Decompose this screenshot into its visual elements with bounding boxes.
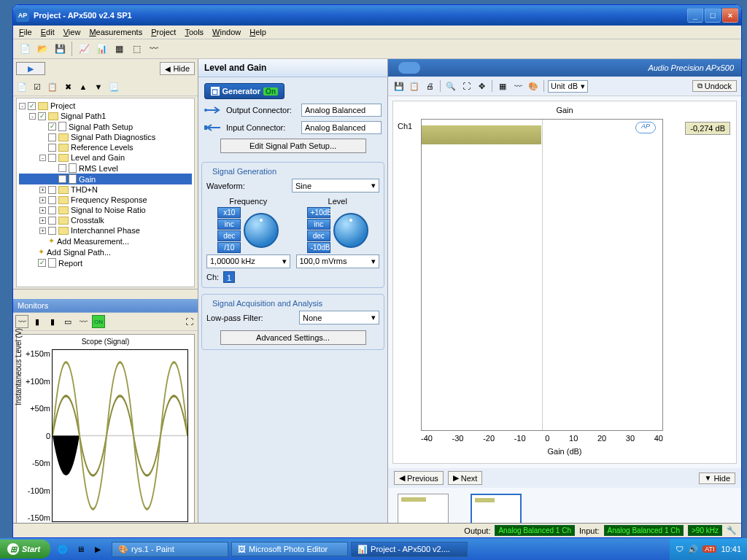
freq-x10-button[interactable]: x10	[217, 207, 241, 218]
expand-icon[interactable]: ⛶	[182, 315, 196, 328]
level-m10-button[interactable]: -10dB	[307, 242, 330, 253]
task-photo-editor[interactable]: 🖼 Microsoft Photo Editor	[231, 542, 348, 556]
window-title: Project - APx500 v2.4 SP1	[34, 11, 132, 20]
menu-measurements[interactable]: Measurements	[89, 28, 142, 36]
menu-edit[interactable]: Edit	[41, 28, 55, 36]
maximize-button[interactable]: □	[705, 8, 721, 23]
input-connector-combo[interactable]: Analog Balanced	[301, 121, 382, 134]
tray-shield-icon[interactable]: 🛡	[676, 545, 684, 553]
generator-button[interactable]: ◻ Generator On	[204, 83, 285, 99]
sine-wave-icon	[53, 350, 187, 521]
new-icon[interactable]: 📄	[18, 42, 32, 56]
monitors-panel: Monitors 〰 ▮ ▮ ▭ 〰 ON ⛶ Scope (Signal) I…	[13, 299, 198, 538]
level-knob[interactable]	[333, 213, 368, 248]
task-apx500[interactable]: 📊 Project - APx500 v2....	[351, 542, 468, 557]
on-icon[interactable]: ON	[92, 315, 105, 328]
new-project-icon[interactable]: 📄	[15, 80, 28, 93]
titlebar[interactable]: AP Project - APx500 v2.4 SP1 _ □ ×	[13, 5, 741, 26]
meter2-icon[interactable]: ▮	[46, 315, 59, 328]
signal-acquisition-group: Signal Acquisition and Analysis Low-pass…	[201, 294, 384, 350]
grid-icon[interactable]: ▦	[496, 79, 509, 93]
edit-signal-path-button[interactable]: Edit Signal Path Setup...	[220, 139, 366, 153]
main-toolbar: 📄 📂 💾 📈 📊 ▦ ⬚ 〰	[13, 39, 741, 59]
system-tray[interactable]: 🛡 🔊 ATI 10:41	[670, 538, 747, 560]
panel-title: Level and Gain	[198, 59, 387, 77]
freq-dec-button[interactable]: dec	[217, 230, 241, 241]
unit-selector[interactable]: UnitdB▾	[548, 80, 588, 93]
menu-window[interactable]: Window	[212, 28, 241, 36]
task-paint[interactable]: 🎨 rys.1 - Paint	[112, 542, 228, 557]
copy-chart-icon[interactable]: 📋	[408, 79, 421, 93]
meter4-icon[interactable]: 〰	[77, 315, 90, 328]
menu-project[interactable]: Project	[151, 28, 176, 36]
down-icon[interactable]: ▼	[92, 80, 105, 93]
hide-thumbs-button[interactable]: ▼ Hide	[699, 472, 735, 484]
wave-icon[interactable]: 〰	[147, 42, 161, 56]
menu-tools[interactable]: Tools	[185, 28, 204, 36]
ch1-bar	[422, 125, 541, 144]
zoom-icon[interactable]: 🔍	[444, 79, 457, 93]
tray-volume-icon[interactable]: 🔊	[688, 545, 698, 554]
next-button[interactable]: ▶ Next	[448, 471, 483, 485]
copy-icon[interactable]: 📋	[46, 80, 59, 93]
frequency-input[interactable]: 1,00000 kHz▾	[206, 254, 290, 268]
save-icon[interactable]: 💾	[53, 42, 67, 56]
up-icon[interactable]: ▲	[77, 80, 90, 93]
level-icon[interactable]: ⬚	[129, 42, 144, 56]
level-input[interactable]: 100,0 mVrms▾	[296, 254, 380, 268]
scope-icon[interactable]: 〰	[15, 315, 28, 328]
ql-desktop-icon[interactable]: 🖥	[72, 541, 88, 557]
fit-icon[interactable]: ⛶	[460, 79, 473, 93]
table-icon[interactable]: ▦	[112, 42, 126, 56]
level-p10-button[interactable]: +10dB	[307, 207, 330, 218]
cursor-icon[interactable]: ✥	[475, 79, 488, 93]
check-icon[interactable]: ☑	[31, 80, 44, 93]
freq-d10-button[interactable]: /10	[217, 242, 241, 253]
gain-chart: Gain Ch1 AP -0,274 dB -40-30-20-10010203…	[392, 101, 737, 464]
save-chart-icon[interactable]: 💾	[392, 79, 406, 93]
chart-toolbar: 💾 📋 🖨 🔍 ⛶ ✥ ▦ 〰 🎨 UnitdB▾ ⧉ Undock	[388, 77, 741, 96]
clock[interactable]: 10:41	[721, 545, 741, 553]
settings-icon[interactable]: 🔧	[727, 526, 737, 535]
channel-1-toggle[interactable]: 1	[223, 271, 235, 283]
minimize-button[interactable]: _	[687, 8, 703, 23]
meter1-icon[interactable]: ▮	[31, 315, 44, 328]
statusbar: Output: Analog Balanced 1 Ch Input: Anal…	[13, 523, 741, 537]
start-button[interactable]: ⊞ Start	[0, 540, 50, 559]
level-dec-button[interactable]: dec	[307, 230, 330, 241]
previous-button[interactable]: ◀ Previous	[394, 471, 444, 485]
level-inc-button[interactable]: inc	[307, 219, 330, 230]
report-icon[interactable]: 📃	[107, 80, 120, 93]
tray-ati-icon[interactable]: ATI	[703, 545, 716, 553]
results-panel: Audio Precision APx500 💾 📋 🖨 🔍 ⛶ ✥ ▦ 〰 🎨…	[388, 59, 741, 538]
delete-icon[interactable]: ✖	[61, 80, 74, 93]
lowpass-filter-combo[interactable]: None▾	[299, 311, 379, 324]
ql-ie-icon[interactable]: 🌐	[55, 541, 71, 557]
menu-view[interactable]: View	[63, 28, 81, 36]
menu-file[interactable]: File	[19, 28, 32, 36]
play-button[interactable]: ▶	[16, 62, 45, 75]
waveform-combo[interactable]: Sine▾	[292, 179, 379, 192]
chart-icon[interactable]: 📈	[77, 42, 91, 56]
menu-help[interactable]: Help	[249, 28, 266, 36]
close-button[interactable]: ×	[722, 8, 738, 23]
output-connector-combo[interactable]: Analog Balanced	[301, 104, 382, 117]
output-status: Analog Balanced 1 Ch	[495, 525, 575, 536]
ql-media-icon[interactable]: ▶	[90, 541, 106, 557]
ap-logo-icon	[398, 62, 420, 74]
print-chart-icon[interactable]: 🖨	[423, 79, 436, 93]
frequency-knob[interactable]	[244, 213, 279, 248]
freq-inc-button[interactable]: inc	[217, 219, 241, 230]
open-icon[interactable]: 📂	[35, 42, 50, 56]
advanced-settings-button[interactable]: Advanced Settings...	[220, 330, 366, 345]
meter3-icon[interactable]: ▭	[61, 315, 74, 328]
bar-icon[interactable]: 📊	[94, 42, 109, 56]
result-nav: ◀ Previous ▶ Next ▼ Hide	[388, 468, 741, 488]
project-tree[interactable]: -Project -Signal Path1 Signal Path Setup…	[16, 98, 195, 287]
undock-button[interactable]: ⧉ Undock	[692, 80, 737, 92]
svg-rect-2	[204, 125, 207, 130]
monitors-header[interactable]: Monitors	[13, 299, 198, 313]
color-icon[interactable]: 🎨	[527, 79, 540, 93]
style-icon[interactable]: 〰	[511, 79, 525, 93]
hide-sequencer-button[interactable]: ◀ Hide	[160, 62, 195, 75]
